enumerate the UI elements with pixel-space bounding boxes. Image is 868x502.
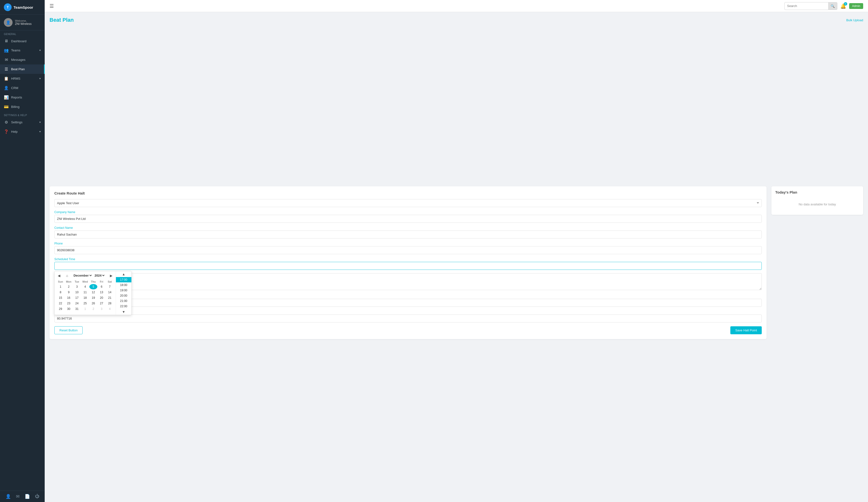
bulk-upload-link[interactable]: Bulk Upload xyxy=(846,18,863,22)
avatar: 👤 xyxy=(4,18,12,27)
table-row[interactable]: 7 xyxy=(106,284,114,289)
sidebar-item-label: Dashboard xyxy=(11,39,27,43)
sidebar-item-dashboard[interactable]: 🖥 Dashboard xyxy=(0,36,45,45)
table-row[interactable]: 30 xyxy=(65,306,73,312)
cal-next-button[interactable]: ▶ xyxy=(109,273,114,278)
table-row[interactable]: 3 xyxy=(73,284,81,289)
sidebar-item-teams[interactable]: 👥 Teams ▾ xyxy=(0,45,45,55)
table-row[interactable]: 24 xyxy=(73,301,81,306)
table-row[interactable]: 29 xyxy=(56,306,64,312)
table-row[interactable]: 9 xyxy=(65,290,73,295)
header: ☰ 🔍 🔔 0 Admin xyxy=(45,0,868,12)
sidebar-item-billing[interactable]: 💳 Billing xyxy=(0,102,45,112)
beat-plan-icon: ☰ xyxy=(4,67,9,71)
notification-bell[interactable]: 🔔 0 xyxy=(840,3,846,9)
time-scroll-up-button[interactable]: ▲ xyxy=(116,271,131,277)
table-row[interactable]: 4 xyxy=(106,306,114,312)
company-name-label: Company Name xyxy=(54,210,762,214)
table-row[interactable]: 16 xyxy=(65,295,73,301)
form-buttons: Reset Button Save Halt Point xyxy=(54,326,762,334)
time-item-1700[interactable]: 17:00 xyxy=(116,277,131,282)
time-item-1800[interactable]: 18:00 xyxy=(116,282,131,288)
save-halt-button[interactable]: Save Halt Point xyxy=(730,326,762,334)
phone-input[interactable] xyxy=(54,246,762,254)
form-title: Create Route Halt xyxy=(54,191,762,195)
sidebar-item-label: Help xyxy=(11,130,18,134)
sidebar: T TeamSpoor 👤 Welcome, ZNI Wireless GENE… xyxy=(0,0,45,502)
calendar-panel: ◀ ⌂ December 2024 xyxy=(54,271,116,315)
cal-home-button[interactable]: ⌂ xyxy=(65,273,69,278)
reset-button[interactable]: Reset Button xyxy=(54,326,83,334)
admin-button[interactable]: Admin xyxy=(849,3,863,9)
scheduled-time-group: Scheduled Time ◀ ⌂ December xyxy=(54,258,762,270)
mail-bottom-icon[interactable]: ✉ xyxy=(16,494,20,499)
calendar-header: ◀ ⌂ December 2024 xyxy=(56,273,114,278)
sidebar-item-messages[interactable]: ✉ Messages xyxy=(0,55,45,64)
table-row[interactable]: 22 xyxy=(56,301,64,306)
address-textarea[interactable]: HI194, Sector 1, Jankipuram, Lucknow xyxy=(54,273,762,290)
table-row[interactable]: 11 xyxy=(81,290,89,295)
table-row[interactable]: 12 xyxy=(89,290,97,295)
table-row[interactable]: 13 xyxy=(97,290,105,295)
table-row[interactable]: 18 xyxy=(81,295,89,301)
sidebar-item-help[interactable]: ❓ Help ▾ xyxy=(0,127,45,136)
sidebar-item-beat-plan[interactable]: ☰ Beat Plan xyxy=(0,64,45,74)
time-item-2200[interactable]: 22:00 xyxy=(116,304,131,309)
table-row[interactable]: 2 xyxy=(65,284,73,289)
table-row[interactable]: 27 xyxy=(97,301,105,306)
user-select[interactable]: Apple Test User xyxy=(54,199,762,207)
time-item-2100[interactable]: 21:00 xyxy=(116,298,131,304)
search-input[interactable] xyxy=(785,4,828,8)
table-row[interactable]: 28 xyxy=(106,301,114,306)
table-row[interactable]: 3 xyxy=(97,306,105,312)
time-scroll-down-button[interactable]: ▼ xyxy=(116,309,131,315)
sidebar-item-settings[interactable]: ⚙ Settings ▾ xyxy=(0,117,45,127)
table-row[interactable]: 10 xyxy=(73,290,81,295)
chevron-down-icon: ▾ xyxy=(39,121,41,124)
power-bottom-icon[interactable]: ⏻ xyxy=(35,494,39,499)
hamburger-icon[interactable]: ☰ xyxy=(50,3,54,9)
sidebar-user: 👤 Welcome, ZNI Wireless xyxy=(0,15,45,30)
table-row[interactable]: 2 xyxy=(89,306,97,312)
table-row[interactable]: 6 xyxy=(97,284,105,289)
time-item-1900[interactable]: 19:00 xyxy=(116,288,131,293)
cal-month-select[interactable]: December xyxy=(72,273,93,278)
sidebar-item-label: Reports xyxy=(11,96,22,99)
app-name: TeamSpoor xyxy=(13,5,33,9)
sidebar-item-reports[interactable]: 📊 Reports xyxy=(0,93,45,102)
table-row[interactable]: 19 xyxy=(89,295,97,301)
cal-year-select[interactable]: 2024 xyxy=(93,273,105,278)
company-name-group: Company Name xyxy=(54,210,762,223)
scheduled-time-input[interactable] xyxy=(54,262,762,270)
company-name-input[interactable] xyxy=(54,215,762,223)
table-row[interactable]: 14 xyxy=(106,290,114,295)
search-button[interactable]: 🔍 xyxy=(828,2,837,10)
table-row[interactable]: 1 xyxy=(56,284,64,289)
user-bottom-icon[interactable]: 👤 xyxy=(6,494,11,499)
table-row[interactable]: 15 xyxy=(56,295,64,301)
doc-bottom-icon[interactable]: 📄 xyxy=(25,494,30,499)
table-row[interactable]: 8 xyxy=(56,290,64,295)
table-row[interactable]: 26 xyxy=(89,301,97,306)
longitude-input[interactable] xyxy=(54,314,762,322)
help-icon: ❓ xyxy=(4,129,9,134)
table-row[interactable]: 17 xyxy=(73,295,81,301)
sidebar-item-hrms[interactable]: 📋 HRMS ▾ xyxy=(0,74,45,83)
table-row[interactable]: 21 xyxy=(106,295,114,301)
table-row[interactable]: 20 xyxy=(97,295,105,301)
messages-icon: ✉ xyxy=(4,57,9,62)
cal-prev-button[interactable]: ◀ xyxy=(56,273,62,278)
latitude-input[interactable] xyxy=(54,299,762,307)
longitude-label: Longitude (Leave it as it is if you don'… xyxy=(54,310,762,314)
main: ☰ 🔍 🔔 0 Admin Beat Plan Bulk Upload Crea… xyxy=(45,0,868,502)
table-row[interactable]: 25 xyxy=(81,301,89,306)
table-row[interactable]: 23 xyxy=(65,301,73,306)
table-row[interactable]: 5 xyxy=(89,284,97,289)
table-row[interactable]: 1 xyxy=(81,306,89,312)
table-row[interactable]: 31 xyxy=(73,306,81,312)
table-row[interactable]: 4 xyxy=(81,284,89,289)
contact-name-input[interactable] xyxy=(54,230,762,239)
welcome-text: Welcome, xyxy=(15,19,32,22)
sidebar-item-crm[interactable]: 👤 CRM xyxy=(0,83,45,93)
time-item-2000[interactable]: 20:00 xyxy=(116,293,131,298)
